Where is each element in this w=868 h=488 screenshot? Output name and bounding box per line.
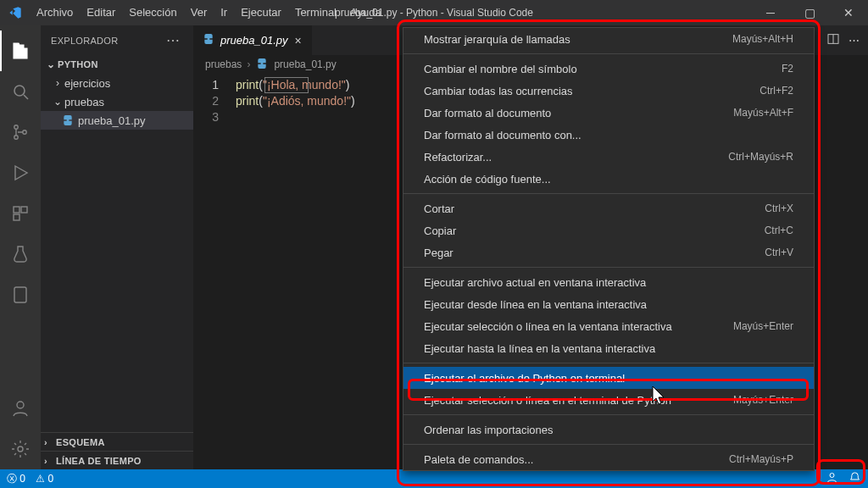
vscode-logo-icon [0,6,30,19]
svg-point-0 [14,86,25,96]
testing-icon[interactable] [0,234,41,274]
window-controls: ─ ▢ ✕ [751,0,868,25]
extensions-icon[interactable] [0,193,41,234]
status-warnings[interactable]: ⚠ 0 [36,473,53,485]
settings-icon[interactable] [0,429,41,469]
context-menu-item[interactable]: Cambiar el nombre del símboloF2 [403,58,814,80]
sidebar-explorer: EXPLORADOR ⋯ ⌄PYTHON ›ejercicios ⌄prueba… [41,25,193,469]
context-menu: Mostrar jerarquía de llamadasMayús+Alt+H… [403,27,815,471]
svg-point-3 [14,136,18,139]
more-icon[interactable]: ⋯ [163,32,183,48]
svg-point-10 [18,446,23,452]
svg-point-4 [23,130,26,134]
device-icon[interactable] [0,274,41,315]
explorer-icon[interactable] [0,30,41,71]
context-menu-item[interactable]: Dar formato al documentoMayús+Alt+F [403,102,814,124]
tab-close-icon[interactable]: × [293,34,303,47]
python-file-icon [255,57,269,73]
context-menu-item[interactable]: Cambiar todas las ocurrenciasCtrl+F2 [403,80,814,102]
tree-folder[interactable]: ⌄pruebas [41,92,193,111]
outline-section[interactable]: ›ESQUEMA [41,432,193,451]
context-menu-item[interactable]: Ejecutar el archivo de Python en termina… [403,367,814,389]
menu-ejecutar[interactable]: Ejecutar [234,0,288,25]
context-menu-item[interactable]: Ejecutar hasta la línea en la ventana in… [403,337,814,359]
account-icon[interactable] [0,388,41,429]
chevron-right-icon: › [247,58,250,70]
context-menu-item[interactable]: Mostrar jerarquía de llamadasMayús+Alt+H [403,28,814,50]
context-menu-item[interactable]: Ordenar las importaciones [403,419,814,441]
svg-line-1 [24,95,28,99]
svg-point-13 [830,474,834,478]
maximize-button[interactable]: ▢ [790,0,829,25]
file-tree: ⌄PYTHON ›ejercicios ⌄pruebas prueba_01.p… [41,55,193,130]
tree-folder[interactable]: ›ejercicios [41,74,193,92]
menu-ver[interactable]: Ver [184,0,214,25]
feedback-icon[interactable] [826,471,838,486]
tree-file[interactable]: prueba_01.py [41,111,193,130]
context-menu-item[interactable]: Ejecutar archivo actual en ventana inter… [403,271,814,293]
split-editor-icon[interactable] [826,32,840,48]
context-menu-item[interactable]: Dar formato al documento con... [403,124,814,146]
menubar: ArchivoEditarSelecciónVerIrEjecutarTermi… [30,0,388,25]
editor-tab[interactable]: prueba_01.py × [193,25,313,55]
status-errors[interactable]: ⓧ 0 [7,472,25,486]
more-actions-icon[interactable]: ⋯ [849,34,860,47]
python-file-icon [202,32,215,48]
sidebar-title: EXPLORADOR [51,36,118,46]
context-menu-item[interactable]: Ejecutar selección o línea en la ventana… [403,315,814,337]
close-button[interactable]: ✕ [829,0,868,25]
context-menu-item[interactable]: Ejecutar desde línea en la ventana inter… [403,293,814,315]
activity-bar [0,25,41,469]
menu-editar[interactable]: Editar [80,0,122,25]
menu-ir[interactable]: Ir [214,0,234,25]
notifications-icon[interactable] [849,471,861,486]
context-menu-item[interactable]: Ejecutar selección o línea en el termina… [403,389,814,411]
menu-ayuda[interactable]: Ayuda [343,0,388,25]
context-menu-item[interactable]: CopiarCtrl+C [403,219,814,241]
svg-rect-7 [14,214,19,220]
svg-rect-8 [14,287,26,302]
status-bar: ⓧ 0 ⚠ 0 [0,469,868,488]
source-control-icon[interactable] [0,112,41,152]
menu-archivo[interactable]: Archivo [30,0,80,25]
titlebar: ArchivoEditarSelecciónVerIrEjecutarTermi… [0,0,868,25]
python-file-icon [61,114,75,127]
svg-point-9 [17,402,24,408]
menu-terminal[interactable]: Terminal [288,0,343,25]
tree-root[interactable]: ⌄PYTHON [41,55,193,74]
search-icon[interactable] [0,71,41,112]
context-menu-item[interactable]: Acción de código fuente... [403,168,814,190]
context-menu-item[interactable]: PegarCtrl+V [403,241,814,263]
context-menu-item[interactable]: CortarCtrl+X [403,197,814,219]
run-debug-icon[interactable] [0,152,41,193]
svg-rect-6 [21,207,27,213]
context-menu-item[interactable]: Refactorizar...Ctrl+Mayús+R [403,146,814,168]
timeline-section[interactable]: ›LÍNEA DE TIEMPO [41,451,193,469]
context-menu-item[interactable]: Paleta de comandos...Ctrl+Mayús+P [403,448,814,470]
svg-point-2 [14,125,18,129]
minimize-button[interactable]: ─ [751,0,790,25]
menu-selección[interactable]: Selección [122,0,183,25]
svg-rect-5 [14,207,19,213]
